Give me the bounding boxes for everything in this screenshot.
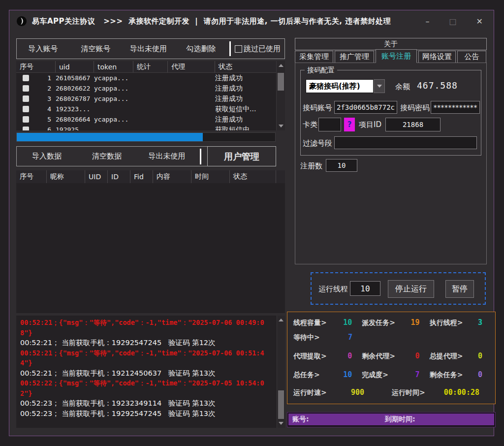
col-proxy[interactable]: 代理 (168, 61, 215, 72)
scroll-up-icon[interactable] (277, 316, 285, 324)
row-checkbox[interactable] (23, 116, 29, 123)
stat-exec-threads-label: 执行线程> (430, 319, 463, 327)
row-status: 注册成功 (215, 95, 276, 103)
accounts-table-header: 序号 uid token 统计 代理 状态 (16, 61, 285, 73)
clear-accounts-button[interactable]: 清空账号 (69, 44, 122, 54)
pause-button[interactable]: 暂停 (445, 280, 474, 298)
users-toolbar: 导入数据 清空数据 导出未使用 用户管理 (16, 146, 276, 166)
tab-network[interactable]: 网络设置 (418, 51, 456, 63)
chevron-down-icon[interactable] (374, 79, 385, 93)
col-content[interactable]: 内容 (153, 170, 191, 183)
run-controls: 运行线程 停止运行 暂停 (311, 272, 486, 305)
row-status: 注册成功 (215, 84, 276, 93)
accounts-table-scrollbar[interactable] (276, 61, 285, 130)
stop-run-button[interactable]: 停止运行 (388, 280, 434, 298)
stat-proxy-fetch-label: 代理提取> (293, 352, 327, 361)
sms-account-input[interactable] (334, 101, 397, 114)
tab-promotion[interactable]: 推广管理 (335, 51, 374, 63)
stat-tasks-left-value: 0 (478, 370, 482, 379)
stat-total-tasks-label: 总任务> (293, 371, 320, 380)
col-id[interactable]: ID (108, 170, 130, 183)
maximize-icon[interactable]: □ (449, 17, 456, 26)
row-uid: 268026622 (56, 85, 94, 92)
stat-dispatched-label: 派发任务> (362, 319, 395, 327)
col-nickname[interactable]: 昵称 (47, 170, 85, 183)
row-checkbox[interactable] (23, 106, 29, 112)
sms-password-label: 接码密码 (400, 103, 430, 113)
sms-config-title: 接码配置 (305, 66, 337, 75)
threads-label: 运行线程 (318, 285, 348, 294)
col-stat[interactable]: 统计 (133, 61, 168, 72)
col-status[interactable]: 状态 (215, 61, 276, 72)
scroll-down-icon[interactable] (277, 419, 285, 428)
scrollbar-thumb[interactable] (278, 390, 284, 419)
stat-exec-threads-value: 3 (478, 318, 482, 327)
card-type-input[interactable] (318, 118, 341, 131)
row-status: 获取短信中... (215, 105, 276, 114)
import-accounts-button[interactable]: 导入账号 (17, 44, 69, 54)
row-index: 6 (47, 126, 51, 130)
user-management-button[interactable]: 用户管理 (207, 146, 276, 166)
scrollbar-thumb[interactable] (278, 73, 284, 91)
col-index[interactable]: 序号 (16, 61, 56, 72)
scroll-up-icon[interactable] (277, 61, 285, 70)
minimize-icon[interactable]: – (425, 17, 429, 26)
delete-checked-button[interactable]: 勾选删除 (175, 44, 227, 54)
skip-used-checkbox[interactable] (235, 45, 242, 53)
table-row[interactable]: 2 268026622 ycappa... 注册成功 (16, 83, 276, 94)
tab-collection[interactable]: 采集管理 (295, 51, 333, 63)
table-row[interactable]: 4 192323... 获取短信中... (16, 104, 276, 114)
stat-runtime-label: 运行时间> (392, 388, 425, 397)
filter-segment-input[interactable] (334, 136, 477, 149)
log-line: 00:52:21；{"msg"："等待","code"：-1,"time"："2… (20, 348, 275, 368)
skip-used-checkbox-wrap[interactable]: 跳过已使用 (233, 44, 284, 54)
license-panel: 账号: 到期时间: (287, 412, 496, 427)
row-index: 3 (47, 95, 51, 102)
row-checkbox[interactable] (23, 85, 29, 92)
sms-config-group: 接码配置 豪猪接码(推荐) 余额 467.588 接码账号 接码密码 卡类 ? … (300, 70, 481, 156)
row-checkbox[interactable] (23, 96, 29, 102)
col-status[interactable]: 状态 (230, 170, 276, 183)
about-button[interactable]: 关于 (295, 38, 487, 50)
scroll-down-icon[interactable] (277, 122, 285, 130)
license-bar: 账号: 到期时间: (288, 414, 494, 425)
table-row[interactable]: 6 192925 获取短信中 (16, 125, 276, 130)
project-id-input[interactable] (385, 118, 441, 131)
stat-thread-capacity-value: 10 (343, 318, 352, 327)
sms-password-input[interactable] (431, 101, 480, 114)
toolbar-divider (200, 149, 201, 164)
table-row[interactable]: 1 261058667 ycappa... 注册成功 (16, 73, 276, 83)
import-data-button[interactable]: 导入数据 (17, 152, 77, 161)
row-index: 2 (47, 85, 51, 92)
col-time[interactable]: 时间 (191, 170, 230, 183)
sms-provider-select[interactable]: 豪猪接码(推荐) (306, 79, 374, 93)
row-status: 注册成功 (215, 74, 276, 83)
log-text: 00:52:21；{"msg"："等待","code"：-1,"time"："2… (16, 318, 275, 428)
col-uid[interactable]: UID (85, 170, 108, 183)
row-index: 5 (47, 116, 51, 123)
register-count-input[interactable] (326, 159, 357, 172)
export-unused-data-button[interactable]: 导出未使用 (137, 152, 197, 161)
window-controls: – □ ✕ (425, 10, 483, 32)
row-checkbox[interactable] (23, 127, 29, 130)
threads-input[interactable] (350, 281, 380, 296)
col-fid[interactable]: Fid (130, 170, 153, 183)
col-index[interactable]: 序号 (16, 170, 47, 183)
log-scrollbar[interactable] (277, 316, 285, 428)
row-token: ycappa... (94, 95, 133, 102)
col-uid[interactable]: uid (56, 61, 94, 72)
export-unused-accounts-button[interactable]: 导出未使用 (122, 44, 175, 54)
help-button[interactable]: ? (344, 118, 355, 131)
balance-value: 467.588 (417, 80, 458, 91)
tab-register[interactable]: 账号注册 (376, 49, 417, 63)
table-row[interactable]: 5 268026664 ycappa... 注册成功 (16, 114, 276, 125)
tab-notice[interactable]: 公告 (457, 51, 486, 63)
col-token[interactable]: token (94, 61, 133, 72)
progress-bar-fill (17, 133, 203, 141)
filter-segment-label: 过滤号段 (303, 139, 332, 148)
row-checkbox[interactable] (23, 75, 29, 81)
accounts-table: 序号 uid token 统计 代理 状态 1 261058667 ycappa… (16, 61, 285, 130)
close-icon[interactable]: ✕ (476, 17, 483, 26)
table-row[interactable]: 3 268026787 ycappa... 注册成功 (16, 94, 276, 104)
clear-data-button[interactable]: 清空数据 (77, 152, 137, 161)
